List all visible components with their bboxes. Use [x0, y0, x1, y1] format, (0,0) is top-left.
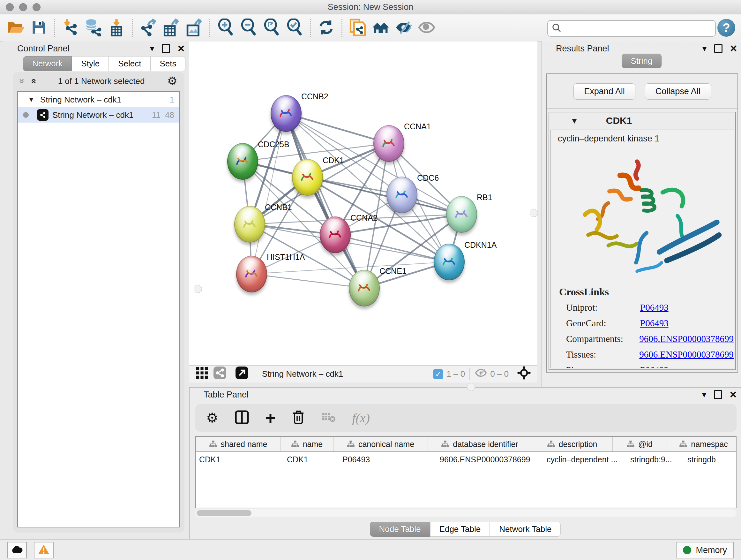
collapse-all-networks-icon[interactable]: »: [27, 78, 38, 84]
float-panel-icon[interactable]: [714, 44, 723, 53]
toolbar-separator: [310, 19, 311, 37]
show-all-button[interactable]: [415, 17, 438, 39]
crosshair-icon[interactable]: [517, 366, 531, 382]
zoom-out-button[interactable]: [237, 17, 260, 39]
collapse-triangle-icon[interactable]: ▼: [570, 116, 579, 126]
crosslink-uniprot-link[interactable]: P06493: [640, 302, 669, 313]
save-session-button[interactable]: [27, 17, 51, 39]
tab-network-table[interactable]: Network Table: [490, 522, 561, 537]
selected-checkbox-icon[interactable]: ✓: [433, 369, 443, 379]
network-node-CDKN1A[interactable]: [434, 244, 465, 280]
tab-network[interactable]: Network: [23, 56, 72, 71]
panel-menu-icon[interactable]: ▾: [702, 390, 706, 400]
tab-style[interactable]: Style: [72, 56, 109, 71]
float-panel-icon[interactable]: [162, 44, 170, 53]
help-button[interactable]: ?: [718, 19, 735, 37]
add-column-icon[interactable]: +: [266, 409, 276, 427]
share-view-icon[interactable]: [213, 367, 226, 381]
crosslink-tissues-link[interactable]: 9606.ENSP00000378699: [639, 349, 734, 360]
minimize-window-button[interactable]: [19, 3, 27, 11]
right-splitter-handle[interactable]: [530, 209, 538, 217]
crosslink-compartments-link[interactable]: 9606.ENSP00000378699: [639, 334, 734, 344]
export-table-button[interactable]: [159, 17, 183, 39]
import-network-button[interactable]: [59, 17, 82, 39]
tab-string[interactable]: String: [622, 54, 662, 68]
network-node-CDK1[interactable]: [292, 159, 323, 196]
toolbar-search[interactable]: [547, 20, 716, 37]
cloud-status-button[interactable]: [7, 542, 27, 558]
close-panel-icon[interactable]: ×: [730, 43, 737, 54]
network-canvas[interactable]: CCNB2CCNA1CDC25BCDK1CDC6RB1CCNB1CCNA2CDK…: [189, 42, 537, 366]
column-header-namespac[interactable]: namespac: [667, 437, 737, 451]
left-splitter-handle[interactable]: [194, 285, 202, 293]
tab-node-table[interactable]: Node Table: [370, 522, 430, 537]
column-header-description[interactable]: description: [532, 437, 613, 451]
bottom-splitter-handle[interactable]: [467, 383, 475, 391]
network-node-CDC25B[interactable]: [227, 143, 258, 180]
column-header-shared-name[interactable]: shared name: [196, 437, 281, 451]
home-button[interactable]: [369, 17, 392, 39]
column-header-name[interactable]: name: [281, 437, 333, 451]
panel-menu-icon[interactable]: ▾: [702, 44, 706, 54]
table-cell[interactable]: CDK1: [284, 452, 339, 467]
tab-sets[interactable]: Sets: [150, 56, 185, 71]
close-window-button[interactable]: [6, 3, 14, 11]
warnings-button[interactable]: [34, 542, 54, 558]
grid-icon[interactable]: [196, 367, 208, 381]
scrollbar-thumb[interactable]: [197, 510, 252, 516]
expand-all-networks-icon[interactable]: »: [17, 78, 28, 84]
crosslink-genecard-link[interactable]: P06493: [640, 318, 669, 328]
maximize-window-button[interactable]: [32, 3, 41, 11]
table-horizontal-scrollbar[interactable]: [195, 509, 737, 517]
collapse-all-button[interactable]: Collapse All: [645, 83, 711, 100]
column-header-id[interactable]: @id: [613, 437, 667, 451]
collapse-triangle-icon[interactable]: ▼: [28, 96, 35, 104]
show-columns-icon[interactable]: [235, 410, 249, 426]
table-cell[interactable]: stringdb:9...: [627, 452, 684, 467]
table-cell[interactable]: cyclin–dependent ...: [543, 452, 627, 467]
network-node-HIST1H1A[interactable]: [236, 256, 267, 293]
crosslink-pharos-link[interactable]: P06493: [640, 365, 669, 368]
network-node-CCNB1[interactable]: [234, 206, 265, 243]
network-row[interactable]: String Network – cdk1 11 48: [18, 107, 179, 123]
new-network-from-selection-button[interactable]: [346, 17, 369, 39]
expand-all-button[interactable]: Expand All: [574, 83, 635, 100]
export-image-button[interactable]: [183, 17, 205, 39]
close-panel-icon[interactable]: ×: [178, 43, 185, 54]
network-node-CCNA1[interactable]: [374, 125, 404, 162]
column-header-database-identifier[interactable]: database identifier: [428, 437, 532, 451]
network-node-RB1[interactable]: [446, 196, 477, 233]
memory-button[interactable]: Memory: [676, 542, 734, 558]
export-network-button[interactable]: [137, 17, 159, 39]
network-node-CCNE1[interactable]: [349, 270, 380, 307]
search-input[interactable]: [564, 23, 711, 34]
refresh-button[interactable]: [315, 17, 338, 39]
network-node-CCNA2[interactable]: [320, 216, 351, 253]
zoom-in-button[interactable]: [214, 17, 237, 39]
tab-select[interactable]: Select: [109, 56, 150, 71]
import-network-from-database-button[interactable]: [82, 17, 105, 39]
open-session-button[interactable]: [4, 17, 27, 39]
crosslink-label: Compartments:: [559, 334, 639, 344]
zoom-fit-button[interactable]: [260, 17, 283, 39]
delete-column-trash-icon[interactable]: [292, 410, 305, 426]
float-panel-icon[interactable]: [714, 390, 722, 399]
table-cell[interactable]: P06493: [339, 452, 436, 467]
network-collection-row[interactable]: ▼ String Network – cdk1 1: [18, 92, 179, 107]
import-table-button[interactable]: [105, 17, 128, 39]
table-row[interactable]: CDK1CDK1P064939606.ENSP00000378699cyclin…: [196, 452, 736, 467]
panel-menu-icon[interactable]: ▾: [150, 44, 154, 54]
table-cell[interactable]: 9606.ENSP00000378699: [436, 452, 543, 467]
close-panel-icon[interactable]: ×: [730, 389, 737, 400]
birdseye-view-icon[interactable]: [235, 367, 248, 381]
network-node-CCNB2[interactable]: [271, 95, 301, 132]
table-settings-gear-icon[interactable]: ⚙: [206, 411, 218, 425]
table-cell[interactable]: CDK1: [196, 452, 284, 467]
zoom-selected-button[interactable]: [283, 17, 306, 39]
table-cell[interactable]: stringdb: [684, 452, 737, 467]
network-options-gear-icon[interactable]: ⚙: [167, 74, 178, 88]
hide-selection-button[interactable]: [392, 17, 415, 39]
network-node-CDC6[interactable]: [387, 177, 417, 213]
tab-edge-table[interactable]: Edge Table: [430, 522, 490, 537]
column-header-canonical-name[interactable]: canonical name: [333, 437, 428, 451]
